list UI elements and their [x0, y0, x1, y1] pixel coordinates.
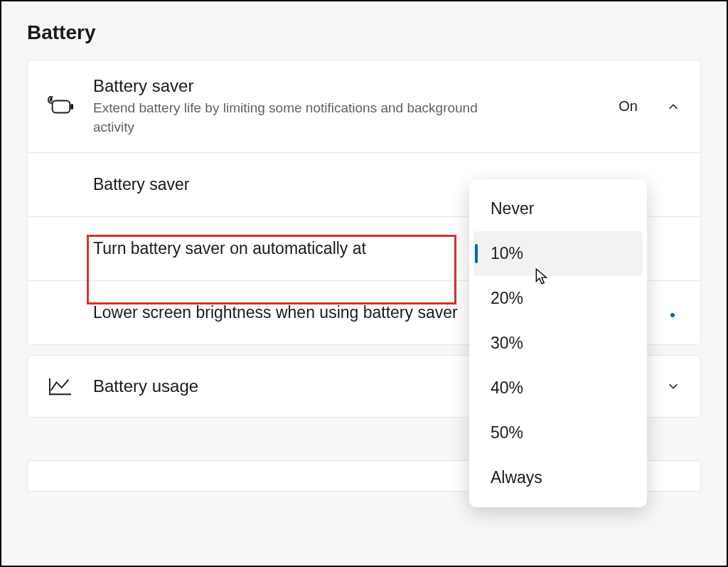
dropdown-option[interactable]: 50%: [473, 410, 643, 455]
dropdown-option[interactable]: 30%: [473, 321, 643, 366]
dropdown-option[interactable]: 40%: [473, 366, 643, 410]
battery-saver-header[interactable]: Battery saver Extend battery life by lim…: [28, 60, 700, 152]
auto-on-label: Turn battery saver on automatically at: [93, 238, 366, 260]
chart-icon: [43, 376, 77, 397]
threshold-dropdown: Never10%20%30%40%50%Always: [469, 179, 647, 507]
dropdown-option[interactable]: 10%: [473, 231, 643, 276]
svg-rect-0: [53, 100, 70, 112]
dropdown-option[interactable]: Never: [473, 186, 643, 231]
toggle-indicator: [670, 313, 675, 317]
dropdown-option[interactable]: Always: [473, 455, 643, 500]
brightness-label: Lower screen brightness when using batte…: [93, 302, 458, 324]
battery-saver-title: Battery saver: [93, 76, 603, 96]
battery-saver-toggle-label: Battery saver: [93, 174, 190, 196]
battery-saver-description: Extend battery life by limiting some not…: [93, 99, 491, 137]
svg-rect-1: [70, 104, 73, 110]
chevron-up-icon[interactable]: [666, 100, 680, 114]
battery-saver-status: On: [619, 98, 638, 115]
dropdown-option[interactable]: 20%: [473, 276, 643, 321]
chevron-down-icon[interactable]: [666, 379, 680, 393]
section-title: Battery: [27, 21, 701, 44]
battery-saver-icon: [43, 96, 77, 117]
